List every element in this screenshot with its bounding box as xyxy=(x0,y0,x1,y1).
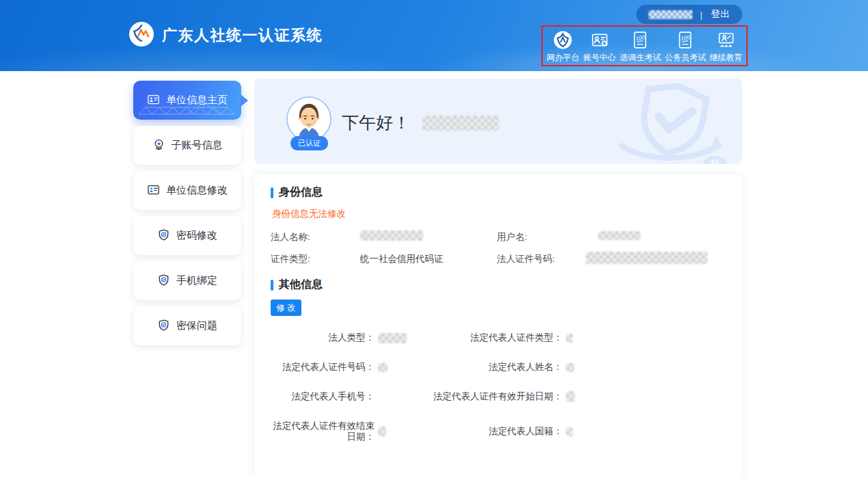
site-logo-icon xyxy=(128,21,154,50)
shield-check-icon xyxy=(157,274,170,289)
nav-item-portal[interactable]: 网办平台 xyxy=(547,30,580,62)
sidebar-item-label: 手机绑定 xyxy=(176,274,217,287)
sidebar-item-label: 子账号信息 xyxy=(172,139,223,152)
avatar xyxy=(286,96,331,142)
other-section-title: 其他信息 xyxy=(271,278,726,292)
sidebar-item-label: 单位信息修改 xyxy=(166,184,228,197)
field-rep-phone: 法定代表人手机号： xyxy=(271,391,426,402)
sidebar-item-security-question[interactable]: 密保问题 xyxy=(133,306,241,345)
annotation-box: 网办平台 账号中心 xyxy=(541,25,748,66)
verified-badge: 已认证 xyxy=(290,136,328,150)
sidebar-item-password-change[interactable]: 密码修改 xyxy=(133,216,241,255)
brand: 广东人社统一认证系统 xyxy=(128,21,323,50)
field-label: 用户名: xyxy=(497,232,586,243)
value-redacted xyxy=(566,334,573,343)
nav-item-continuing-education[interactable]: 继续教育 xyxy=(709,30,742,62)
legal-cert-number-redacted xyxy=(586,252,707,264)
badge-icon xyxy=(152,138,165,153)
legal-name-redacted xyxy=(360,230,423,241)
field-legal-person-type: 法人类型： xyxy=(271,332,426,343)
title-bar xyxy=(271,187,273,198)
field-rep-cert-number: 法定代表人证件号码： xyxy=(271,362,426,373)
id-card-icon xyxy=(147,183,160,198)
nav-item-account-center[interactable]: 账号中心 xyxy=(583,30,616,62)
title-bar xyxy=(271,280,273,291)
nav-item-label: 公务员考试 xyxy=(665,53,706,62)
username-redacted xyxy=(649,10,692,19)
value-redacted xyxy=(566,363,574,372)
user-pill: | 登出 xyxy=(636,5,742,24)
sidebar: 单位信息主页 子账号信息 单位信息修改 xyxy=(133,81,241,351)
identity-section-title: 身份信息 xyxy=(271,185,726,200)
sidebar-item-unit-info-edit[interactable]: 单位信息修改 xyxy=(133,171,241,210)
field-rep-nationality: 法定代表人国籍： xyxy=(426,421,726,442)
exam-100-icon: 100 xyxy=(630,30,650,52)
header: 广东人社统一认证系统 | 登出 网办平台 xyxy=(0,0,868,71)
username-value-redacted xyxy=(598,231,640,240)
exam-100-icon: 100 xyxy=(675,30,695,52)
greeting-name-redacted xyxy=(422,116,499,131)
nav-item-label: 网办平台 xyxy=(547,53,580,62)
field-rep-cert-type: 法定代表人证件类型： xyxy=(426,332,726,343)
value-redacted xyxy=(566,427,573,436)
shield-check-watermark-icon xyxy=(608,81,734,164)
other-info-grid: 法人类型： 法定代表人证件类型： 法定代表人证件号码： 法定代表人姓名： 法定代… xyxy=(271,332,726,442)
sidebar-item-phone-binding[interactable]: 手机绑定 xyxy=(133,261,241,300)
greeting-card: 已认证 下午好！ xyxy=(254,79,742,164)
field-rep-cert-valid-end: 法定代表人证件有效结束日期： xyxy=(271,421,426,442)
nav-item-civil-servant-exam[interactable]: 100 公务员考试 xyxy=(665,30,706,62)
portal-emblem-icon xyxy=(553,30,573,52)
info-card: 身份信息 身份信息无法修改 法人名称: 用户名: 证件类型: 统一社会信用代码证… xyxy=(254,174,742,478)
field-label: 证件类型: xyxy=(271,254,360,265)
page-title: 广东人社统一认证系统 xyxy=(162,25,323,46)
greeting-text: 下午好！ xyxy=(342,111,410,134)
nav-item-label: 继续教育 xyxy=(709,53,742,62)
field-rep-cert-valid-start: 法定代表人证件有效开始日期： xyxy=(426,391,726,402)
nav-item-xuandiaosheng-exam[interactable]: 100 选调生考试 xyxy=(620,30,661,62)
sidebar-item-label: 密保问题 xyxy=(176,319,217,332)
id-card-icon xyxy=(147,93,160,108)
identity-grid: 法人名称: 用户名: 证件类型: 统一社会信用代码证 法人证件号码: xyxy=(271,230,726,267)
logout-button[interactable]: 登出 xyxy=(711,8,730,21)
field-label: 法人证件号码: xyxy=(497,254,586,265)
identity-notice: 身份信息无法修改 xyxy=(272,208,726,220)
sidebar-item-label: 单位信息主页 xyxy=(166,94,228,107)
svg-text:100: 100 xyxy=(681,34,691,42)
value-redacted xyxy=(378,363,388,372)
nav-item-label: 账号中心 xyxy=(583,53,616,62)
shield-check-icon xyxy=(157,228,170,243)
field-rep-name: 法定代表人姓名： xyxy=(426,362,726,373)
sidebar-item-subaccount-info[interactable]: 子账号信息 xyxy=(133,126,241,165)
nav-item-label: 选调生考试 xyxy=(620,53,661,62)
value-redacted xyxy=(566,391,575,402)
value-redacted xyxy=(378,427,386,436)
sidebar-item-unit-info-home[interactable]: 单位信息主页 xyxy=(133,81,241,120)
sidebar-item-label: 密码修改 xyxy=(176,229,217,242)
cert-type-value: 统一社会信用代码证 xyxy=(360,254,497,265)
modify-button[interactable]: 修 改 xyxy=(271,300,301,316)
shield-check-icon xyxy=(157,319,170,334)
svg-text:100: 100 xyxy=(636,34,646,42)
education-presenter-icon xyxy=(716,30,736,52)
page: 广东人社统一认证系统 | 登出 网办平台 xyxy=(0,0,868,478)
value-redacted xyxy=(378,333,407,343)
field-label: 法人名称: xyxy=(271,232,360,243)
pill-divider: | xyxy=(701,10,703,20)
account-card-gear-icon xyxy=(590,30,610,52)
